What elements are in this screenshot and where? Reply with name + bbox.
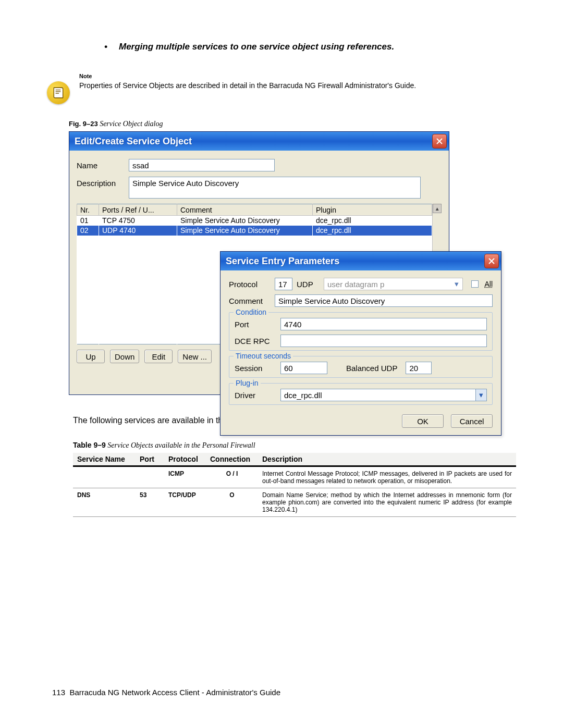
col-ports[interactable]: Ports / Ref / U... (99, 204, 177, 216)
cancel-button[interactable]: Cancel (451, 414, 493, 428)
protocol-label: Protocol (229, 280, 271, 289)
table-row[interactable]: 02 UDP 4740 Simple Service Auto Discover… (77, 226, 432, 236)
service-entry-parameters-window: Service Entry Parameters Protocol UDP us… (220, 251, 501, 436)
protocol-name: UDP (297, 280, 320, 289)
condition-legend: Condition (234, 308, 268, 316)
new-button[interactable]: New ... (178, 350, 212, 363)
description-input[interactable]: Simple Service Auto Discovery (129, 177, 421, 199)
chevron-down-icon[interactable]: ▾ (475, 389, 487, 401)
entry-window-title: Service Entry Parameters (226, 256, 484, 267)
bullet-heading: •Merging multiple services to one servic… (104, 42, 516, 52)
table-caption: Table 9–9 Service Objects available in t… (73, 441, 516, 450)
table-row (77, 236, 432, 245)
col-nr[interactable]: Nr. (77, 204, 99, 216)
close-icon[interactable] (484, 254, 499, 268)
all-checkbox[interactable] (471, 280, 479, 288)
edit-window-title: Edit/Create Service Object (75, 136, 432, 147)
name-input[interactable] (129, 159, 275, 171)
session-input[interactable] (280, 362, 327, 374)
protocol-desc: user datagram p (327, 280, 452, 289)
edit-button[interactable]: Edit (144, 350, 173, 363)
page-footer: 113 Barracuda NG Network Access Client -… (52, 688, 280, 697)
svc-col-port: Port (136, 453, 164, 466)
figure-caption: Fig. 9–23 Service Object dialog (69, 120, 516, 128)
session-label: Session (235, 364, 276, 373)
driver-input[interactable] (280, 389, 475, 401)
all-label: All (484, 280, 493, 288)
bullet-text: Merging multiple services to one service… (119, 42, 394, 52)
close-icon[interactable] (432, 134, 447, 149)
services-table: Service Name Port Protocol Connection De… (73, 453, 516, 517)
table-row[interactable]: 01 TCP 4750 Simple Service Auto Discover… (77, 216, 432, 226)
table-row: ICMP O / I Internet Control Message Prot… (73, 466, 516, 488)
figure-caption-title: Service Object dialog (98, 120, 163, 128)
note-text: Properties of Service Objects are descri… (79, 81, 416, 90)
table-caption-num: Table 9–9 (73, 441, 106, 449)
up-button[interactable]: Up (77, 350, 105, 363)
svc-col-name: Service Name (73, 453, 136, 466)
dcerpc-input[interactable] (280, 335, 487, 347)
page-number: 113 (52, 688, 65, 697)
svc-col-connection: Connection (206, 453, 258, 466)
balanced-udp-input[interactable] (406, 362, 432, 374)
plugin-legend: Plug-in (234, 379, 261, 387)
scroll-up-icon[interactable]: ▲ (433, 204, 442, 213)
protocol-description-dropdown[interactable]: user datagram p ▾ (324, 278, 463, 290)
table-caption-title: Service Objects available in the Persona… (106, 441, 255, 449)
comment-input[interactable] (275, 294, 493, 307)
driver-label: Driver (235, 391, 276, 400)
table-row: DNS 53 TCP/UDP O Domain Name Service; me… (73, 488, 516, 517)
protocol-number-input[interactable] (275, 278, 292, 290)
comment-label: Comment (229, 297, 271, 305)
chevron-down-icon: ▾ (452, 279, 461, 289)
col-comment[interactable]: Comment (177, 204, 313, 216)
note-label: Note (79, 73, 416, 79)
down-button[interactable]: Down (110, 350, 139, 363)
col-plugin[interactable]: Plugin (313, 204, 432, 216)
balanced-label: Balanced UDP (346, 364, 397, 373)
name-label: Name (77, 159, 129, 170)
condition-group: Condition Port DCE RPC (229, 312, 493, 351)
ok-button[interactable]: OK (402, 414, 444, 428)
figure-caption-num: Fig. 9–23 (69, 120, 98, 128)
svc-col-protocol: Protocol (164, 453, 206, 466)
timeout-legend: Timeout seconds (234, 352, 293, 360)
footer-title: Barracuda NG Network Access Client - Adm… (69, 688, 280, 697)
svc-col-description: Description (258, 453, 516, 466)
port-label: Port (235, 320, 276, 329)
note-icon (47, 81, 70, 104)
note-block: Note Properties of Service Objects are d… (47, 73, 516, 104)
plugin-group: Plug-in Driver ▾ (229, 383, 493, 405)
port-input[interactable] (280, 318, 487, 330)
timeout-group: Timeout seconds Session Balanced UDP (229, 356, 493, 378)
dcerpc-label: DCE RPC (235, 337, 276, 346)
description-label: Description (77, 177, 129, 188)
